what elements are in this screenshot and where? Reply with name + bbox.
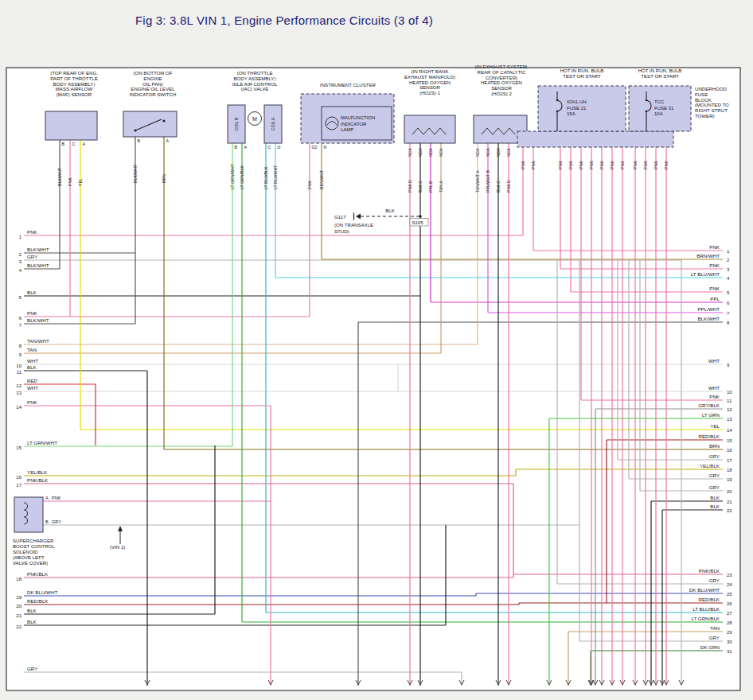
mil-label: MALFUNCTION	[341, 115, 375, 120]
pin-label: A	[45, 496, 49, 500]
wire-label: GRY/BLK	[698, 402, 720, 408]
pin-label: N	[324, 145, 327, 150]
wire-label: RED/BLK	[699, 597, 720, 602]
circuit-number: 25	[727, 592, 732, 597]
nca-label: NCA	[506, 148, 511, 157]
wire-color-label: TAN A	[439, 181, 443, 192]
fuse-tcc-caption: TEST OR START	[641, 73, 679, 79]
circuit-number: 10	[16, 364, 21, 368]
wire-label: GRY	[709, 453, 720, 459]
nca-label: NCA	[439, 148, 443, 157]
pin-label: B	[138, 138, 141, 143]
wire-label: PNK/BLK	[27, 571, 49, 577]
wire-color-label: PPL/WHT B	[486, 170, 490, 192]
nca-label: NCA	[486, 148, 490, 157]
wire-label: GRY	[709, 635, 720, 640]
ho2s-2-caption: (HO2S) 2	[491, 91, 512, 96]
pin-label: A	[83, 142, 86, 146]
ground-note: (ON TRANSAXLE	[334, 222, 373, 228]
ground-note: STUD)	[334, 228, 349, 234]
wire-color-label: PNK	[579, 161, 583, 169]
circuit-number: 11	[727, 399, 732, 403]
maf-sensor-box	[45, 111, 97, 140]
circuit-number: 15	[16, 445, 21, 450]
ground-label: G117	[334, 214, 346, 220]
boost-control-solenoid-caption: (ABOVE LEFT	[13, 554, 45, 560]
nca-label: NCA	[428, 148, 433, 157]
wire-label: BLK/WHT	[27, 317, 49, 323]
circuit-number: 18	[727, 468, 732, 472]
circuit-number: 17	[16, 483, 21, 488]
wire-color-label: PNK D	[506, 180, 511, 192]
circuit-number: 18	[16, 577, 21, 581]
wire-label: BLK/WHT	[27, 262, 49, 268]
wire-label: BLK	[710, 504, 720, 509]
pin-label: D	[278, 145, 281, 150]
nca-label: NCA	[496, 148, 501, 157]
wire-color-label: PNK	[52, 496, 61, 500]
wire-label: WHT	[708, 385, 720, 391]
wire-label: PNK	[27, 310, 38, 316]
motor-label: M	[252, 116, 257, 122]
wire-label: BLK/WHT	[697, 316, 720, 321]
wire-color-label: PNK	[643, 161, 648, 169]
wire-label: PNK	[709, 286, 720, 291]
circuit-number: 31	[727, 649, 732, 654]
pin-label: C	[268, 145, 271, 150]
mil-label: INDICATOR	[341, 122, 367, 126]
wire-label: WHT	[27, 385, 38, 391]
wire-color-label: PNK	[589, 161, 594, 169]
wire-label: LT GRN/BLK	[691, 616, 720, 621]
wire-color-label: BLK C	[418, 181, 423, 192]
circuit-number: 15	[727, 438, 732, 443]
wire-color-label: PNK	[620, 161, 625, 169]
wire-color-label: LT GRN/BLK	[240, 165, 244, 189]
wire-label: LT GRN/WHT	[27, 440, 57, 445]
wire-label: PPL/WHT	[697, 306, 720, 312]
wire-color-label: PNK	[307, 181, 312, 189]
circuit-number: 27	[727, 611, 732, 616]
wire-label: RED/BLK	[27, 598, 49, 604]
fuse-tcc-label: TCC	[654, 99, 665, 104]
boost-control-solenoid-caption: SUPERCHARGER	[13, 538, 54, 543]
pin-label: B	[235, 145, 238, 150]
pin-label: A	[166, 138, 170, 143]
circuit-number: 13	[16, 391, 21, 395]
circuit-number: 20	[16, 604, 21, 609]
wire-color-label: PNK	[568, 161, 573, 169]
diagram-paper	[6, 68, 740, 690]
wire-label: BLK	[27, 364, 37, 370]
wire-color-label: PNK	[68, 177, 72, 186]
wire-label: DK GRN	[700, 644, 720, 650]
fuse-block-connector-strip	[517, 131, 673, 147]
wire-label: BRN	[709, 443, 720, 449]
wire-label: PNK	[27, 229, 38, 235]
wire-label: BLK	[27, 290, 37, 295]
circuit-number: 29	[727, 630, 732, 635]
wire-label: PNK/BLK	[699, 568, 720, 574]
circuit-number: 19	[727, 477, 732, 482]
splice-label: S105	[412, 220, 424, 225]
pin-label: B	[62, 142, 65, 146]
circuit-number: 23	[727, 573, 732, 578]
wire-label: PNK	[27, 399, 38, 405]
circuit-number: 28	[727, 620, 732, 625]
circuit-number: 21	[727, 500, 732, 504]
wire-label: YEL/BLK	[700, 463, 720, 469]
wire-label: DK BLU/WHT	[27, 589, 57, 595]
ho2s-1-caption: (HO2S) 1	[419, 90, 440, 95]
fuse-tcc-label: 10A	[654, 111, 663, 116]
wire-color-label: BLK	[385, 208, 394, 213]
wire-color-label: PPL B	[428, 181, 433, 192]
wire-label: BLK	[27, 619, 37, 624]
pin-label: C	[72, 142, 76, 146]
wire-color-label: BLK/WHT	[133, 164, 138, 183]
wire-label: LT GRN	[702, 412, 720, 418]
instrument-cluster-caption: INSTRUMENT CLUSTER	[320, 82, 376, 88]
circuit-number: 21	[16, 613, 21, 618]
wire-color-label: PNK	[610, 161, 614, 169]
nca-label: NCA	[418, 148, 423, 157]
boost-control-solenoid-caption: SOLENOID	[13, 549, 38, 554]
wire-label: GRY	[709, 578, 720, 583]
wire-label: TAN/WHT	[27, 338, 49, 344]
